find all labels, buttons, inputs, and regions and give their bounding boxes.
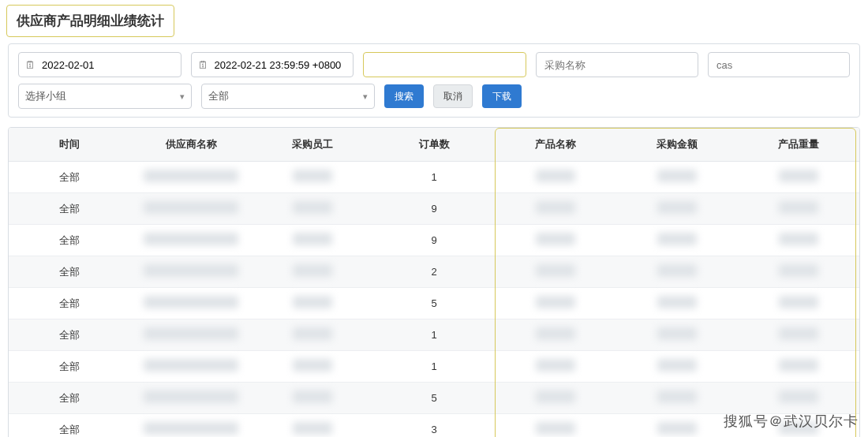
cell-supplier: [130, 319, 252, 351]
cell-supplier: [130, 225, 252, 256]
cell-product: [495, 193, 616, 225]
cancel-button[interactable]: 取消: [433, 84, 473, 108]
supplier-field[interactable]: [370, 58, 519, 72]
cell-buyer: [252, 193, 373, 225]
cell-time: 全部: [9, 351, 130, 383]
cell-buyer: [252, 162, 373, 193]
end-date-field[interactable]: [213, 58, 349, 72]
cell-supplier: [130, 383, 252, 414]
col-orders: 订单数: [373, 128, 495, 162]
cell-orders: 1: [373, 319, 495, 351]
table-row: 全部1: [9, 162, 859, 193]
cell-weight: [738, 288, 859, 319]
table-row: 全部9: [9, 225, 859, 256]
cell-orders: 3: [373, 414, 495, 438]
cell-weight: [738, 383, 859, 414]
cell-supplier: [130, 414, 252, 438]
watermark: 搜狐号＠武汉贝尔卡: [724, 412, 859, 431]
cell-time: 全部: [9, 256, 130, 288]
cell-amount: [616, 319, 738, 351]
cell-buyer: [252, 319, 373, 351]
team-select-label: 选择小组: [25, 89, 180, 103]
cell-weight: [738, 351, 859, 383]
cell-weight: [738, 319, 859, 351]
cell-product: [495, 319, 616, 351]
download-button[interactable]: 下载: [482, 84, 522, 108]
cell-buyer: [252, 383, 373, 414]
cell-product: [495, 225, 616, 256]
cell-amount: [616, 256, 738, 288]
filter-panel: 🗓 🗓 选择小组 ▾ 全部 ▾ 搜索 取消 下载: [8, 43, 860, 118]
cell-amount: [616, 383, 738, 414]
table-row: 全部9: [9, 193, 859, 225]
all-select-label: 全部: [208, 89, 363, 103]
end-date-input[interactable]: 🗓: [191, 52, 354, 77]
cell-supplier: [130, 351, 252, 383]
cell-time: 全部: [9, 288, 130, 319]
cell-orders: 1: [373, 351, 495, 383]
cell-amount: [616, 162, 738, 193]
cell-product: [495, 414, 616, 438]
cell-orders: 5: [373, 288, 495, 319]
cell-buyer: [252, 351, 373, 383]
all-select[interactable]: 全部 ▾: [201, 84, 375, 109]
page-title: 供应商产品明细业绩统计: [6, 5, 174, 37]
cell-orders: 1: [373, 162, 495, 193]
col-supplier: 供应商名称: [130, 128, 252, 162]
start-date-field[interactable]: [40, 58, 176, 72]
cell-product: [495, 351, 616, 383]
cell-weight: [738, 256, 859, 288]
buyer-input[interactable]: [536, 52, 699, 77]
chevron-down-icon: ▾: [363, 92, 368, 102]
col-time: 时间: [9, 128, 130, 162]
col-buyer: 采购员工: [252, 128, 373, 162]
calendar-icon: 🗓: [25, 59, 36, 71]
table-row: 全部5: [9, 383, 859, 414]
cell-weight: [738, 162, 859, 193]
results-table: 时间 供应商名称 采购员工 订单数 产品名称 采购金额 产品重量 全部1全部9全…: [8, 127, 860, 437]
col-amount: 采购金额: [616, 128, 738, 162]
table-header-row: 时间 供应商名称 采购员工 订单数 产品名称 采购金额 产品重量: [9, 128, 859, 162]
cell-supplier: [130, 193, 252, 225]
cell-orders: 2: [373, 256, 495, 288]
cell-amount: [616, 225, 738, 256]
table-row: 全部5: [9, 288, 859, 319]
cell-buyer: [252, 288, 373, 319]
table-row: 全部1: [9, 319, 859, 351]
cell-amount: [616, 414, 738, 438]
cas-field[interactable]: [715, 58, 851, 72]
cell-buyer: [252, 414, 373, 438]
cell-product: [495, 383, 616, 414]
cell-time: 全部: [9, 414, 130, 438]
cas-input[interactable]: [708, 52, 850, 77]
start-date-input[interactable]: 🗓: [18, 52, 181, 77]
cell-buyer: [252, 256, 373, 288]
team-select[interactable]: 选择小组 ▾: [18, 84, 192, 109]
calendar-icon: 🗓: [198, 59, 208, 71]
col-weight: 产品重量: [738, 128, 859, 162]
cell-amount: [616, 351, 738, 383]
cell-product: [495, 256, 616, 288]
cell-weight: [738, 193, 859, 225]
cell-amount: [616, 193, 738, 225]
cell-orders: 9: [373, 193, 495, 225]
cell-product: [495, 288, 616, 319]
cell-orders: 9: [373, 225, 495, 256]
cell-time: 全部: [9, 162, 130, 193]
cell-supplier: [130, 288, 252, 319]
supplier-input[interactable]: [363, 52, 526, 77]
table-row: 全部2: [9, 256, 859, 288]
cell-time: 全部: [9, 319, 130, 351]
buyer-field[interactable]: [543, 58, 692, 72]
cell-supplier: [130, 162, 252, 193]
table-row: 全部1: [9, 351, 859, 383]
cell-time: 全部: [9, 225, 130, 256]
cell-weight: [738, 225, 859, 256]
cell-time: 全部: [9, 383, 130, 414]
cell-orders: 5: [373, 383, 495, 414]
search-button[interactable]: 搜索: [384, 84, 424, 108]
cell-product: [495, 162, 616, 193]
cell-supplier: [130, 256, 252, 288]
cell-time: 全部: [9, 193, 130, 225]
chevron-down-icon: ▾: [180, 92, 185, 102]
